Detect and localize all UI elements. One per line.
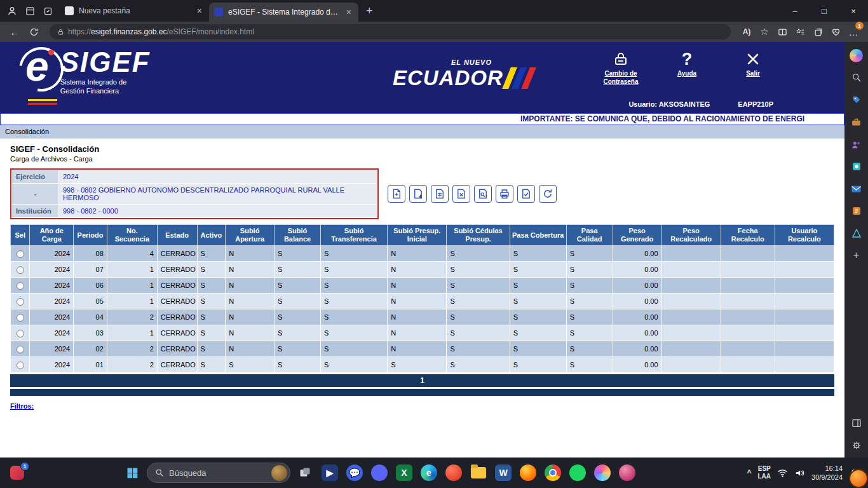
grid-cell: S — [566, 309, 613, 325]
preview-file-button[interactable] — [474, 185, 492, 203]
row-select-radio[interactable] — [17, 282, 24, 290]
row-select-radio[interactable] — [17, 250, 24, 258]
language-indicator[interactable]: ESP LAA — [758, 465, 771, 481]
page-number[interactable]: 1 — [420, 376, 424, 385]
clock[interactable]: 16:14 30/9/2024 — [811, 464, 843, 482]
grid-cell: 03 — [74, 325, 107, 341]
column-header: Pasa Calidad — [566, 225, 613, 246]
table-row: 2024071CERRADOSNSSNSSS0.00 — [11, 262, 834, 278]
start-button[interactable] — [122, 463, 142, 483]
new-tab-button[interactable]: + — [358, 4, 381, 18]
row-select-radio[interactable] — [17, 362, 24, 369]
designer-icon[interactable] — [850, 159, 864, 173]
copilot-icon[interactable] — [850, 48, 864, 62]
close-button[interactable]: × — [839, 0, 868, 22]
grid-cell: N — [388, 278, 447, 294]
browser-essentials-icon[interactable] — [827, 24, 844, 40]
shopping-icon[interactable] — [850, 93, 864, 107]
row-select-radio[interactable] — [17, 298, 24, 306]
grid-cell: 2024 — [30, 309, 74, 325]
people-icon[interactable] — [850, 137, 864, 151]
cambio-contrasena-link[interactable]: Cambio de Contraseña — [595, 50, 646, 86]
chrome-icon[interactable] — [543, 463, 563, 483]
address-bar[interactable]: https://esigef.finanzas.gob.ec/eSIGEF/me… — [50, 24, 731, 39]
widgets-button[interactable]: 1 — [8, 463, 27, 482]
tab-nueva-pestana[interactable]: Nueva pestaña × — [60, 2, 209, 20]
row-select-radio[interactable] — [17, 330, 24, 337]
taskbar-search[interactable]: Búsqueda — [147, 463, 290, 483]
grid-cell: 08 — [74, 246, 107, 262]
actions-toolbar — [388, 185, 557, 203]
print-button[interactable] — [496, 185, 513, 203]
grid-cell — [661, 278, 721, 294]
grid-cell: CERRADO — [157, 246, 197, 262]
tab-close-icon[interactable]: × — [344, 7, 353, 17]
settings-gear-icon[interactable] — [850, 438, 864, 452]
grid-cell: 2024 — [30, 262, 74, 278]
word-icon[interactable]: W — [493, 463, 513, 483]
drop-icon[interactable] — [850, 226, 864, 240]
search-icon[interactable] — [850, 71, 864, 85]
minimize-button[interactable]: – — [780, 0, 810, 22]
back-button[interactable]: ← — [6, 24, 23, 40]
approve-file-button[interactable] — [517, 185, 535, 203]
notes-icon[interactable] — [850, 204, 864, 218]
table-header-row: Sel Año de Carga Periodo No. Secuencia E… — [11, 225, 834, 246]
grid-cell: 2024 — [30, 246, 74, 262]
table-row: 2024031CERRADOSNSSNSSS0.00 — [11, 325, 834, 341]
wifi-icon[interactable] — [777, 468, 788, 478]
grid-cell: CERRADO — [157, 262, 197, 278]
grid-cell: S — [320, 278, 387, 294]
edge-icon[interactable]: e — [419, 463, 439, 483]
refresh-button[interactable] — [25, 24, 42, 40]
row-select-radio[interactable] — [17, 266, 24, 274]
pagination-bar[interactable]: 1 — [10, 374, 834, 387]
read-aloud-icon[interactable]: A) — [738, 24, 755, 40]
recalculate-button[interactable] — [539, 185, 557, 203]
filtros-link[interactable]: Filtros: — [10, 402, 34, 410]
save-file-button[interactable] — [409, 185, 427, 203]
maximize-button[interactable]: □ — [810, 0, 839, 22]
tab-actions-icon[interactable] — [42, 5, 53, 17]
task-view-button[interactable] — [295, 463, 315, 483]
workspaces-icon[interactable] — [24, 5, 36, 17]
salir-link[interactable]: Salir — [728, 50, 778, 86]
logo-tagline: Sistema Integrado de Gestión Financiera — [60, 78, 151, 96]
outlook-icon[interactable] — [850, 182, 864, 196]
split-screen-icon[interactable] — [774, 24, 790, 40]
red-app-icon[interactable] — [444, 463, 464, 483]
ayuda-link[interactable]: ? Ayuda — [661, 50, 712, 86]
media-app-icon[interactable]: ▶ — [320, 463, 340, 483]
favorite-star-icon[interactable]: ☆ — [756, 24, 773, 40]
marquee-text: IMPORTANTE: SE COMUNICA QUE, DEBIDO AL R… — [520, 114, 804, 123]
tab-close-icon[interactable]: × — [195, 6, 204, 16]
tray-expand-icon[interactable]: ^ — [747, 468, 751, 477]
grid-cell: S — [320, 357, 387, 373]
spotify-icon[interactable] — [567, 463, 588, 483]
grid-cell: S — [447, 341, 510, 357]
firefox-icon[interactable] — [518, 463, 538, 483]
chat-app-icon[interactable]: 💬 — [344, 463, 365, 483]
table-row: 2024042CERRADOSNSSNSSS0.00 — [11, 309, 834, 325]
column-header: Año de Carga — [30, 225, 74, 246]
sidebar-panel-icon[interactable] — [850, 416, 864, 430]
file-explorer-icon[interactable] — [468, 463, 489, 483]
profile-icon[interactable] — [6, 5, 18, 17]
colorful-ball-icon[interactable] — [592, 463, 613, 483]
grid-file-button[interactable] — [431, 185, 449, 203]
discord-icon[interactable] — [369, 463, 390, 483]
add-sidebar-icon[interactable]: + — [850, 248, 864, 262]
volume-icon[interactable] — [794, 468, 805, 478]
corner-app-bubble[interactable] — [849, 469, 868, 488]
favorites-bar-icon[interactable] — [792, 24, 808, 40]
collections-icon[interactable] — [810, 24, 826, 40]
delete-file-button[interactable] — [452, 185, 470, 203]
row-select-radio[interactable] — [17, 346, 24, 353]
grid-cell — [661, 309, 721, 325]
tools-icon[interactable] — [850, 115, 864, 129]
row-select-radio[interactable] — [17, 314, 24, 322]
tab-esigef[interactable]: eSIGEF - Sistema Integrado de G × — [209, 3, 358, 22]
pink-app-icon[interactable] — [617, 463, 637, 483]
excel-icon[interactable]: X — [394, 463, 414, 483]
new-file-button[interactable] — [388, 185, 405, 203]
